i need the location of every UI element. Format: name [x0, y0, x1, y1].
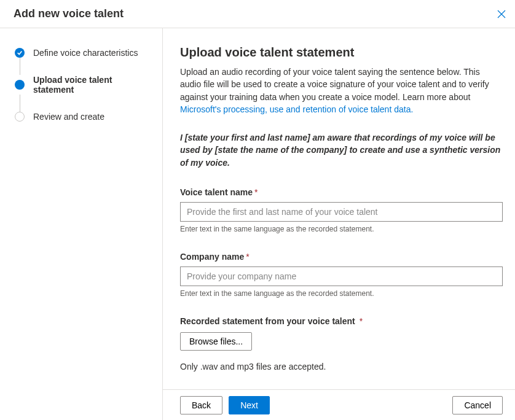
company-name-hint: Enter text in the same language as the r… — [180, 289, 503, 298]
step-upload-statement[interactable]: Upload voice talent statement — [15, 75, 152, 95]
main-content: Upload voice talent statement Upload an … — [163, 28, 515, 389]
next-button[interactable]: Next — [229, 396, 270, 414]
company-name-field: Company name* Enter text in the same lan… — [180, 252, 503, 298]
voice-talent-name-input[interactable] — [180, 202, 503, 222]
step-connector — [20, 95, 20, 112]
statement-text: I [state your first and last name] am aw… — [180, 131, 503, 169]
description-text: Upload an audio recording of your voice … — [180, 67, 489, 102]
browse-files-button[interactable]: Browse files... — [180, 332, 252, 351]
recorded-statement-field: Recorded statement from your voice talen… — [180, 316, 503, 371]
step-label: Upload voice talent statement — [33, 75, 152, 95]
company-name-label: Company name — [180, 252, 244, 262]
dialog-title: Add new voice talent — [14, 7, 124, 20]
checkmark-icon — [15, 48, 25, 58]
step-define-characteristics[interactable]: Define voice characteristics — [15, 48, 152, 58]
current-step-icon — [15, 80, 25, 90]
dialog-footer: Back Next Cancel — [163, 389, 515, 420]
voice-talent-name-field: Voice talent name* Enter text in the sam… — [180, 187, 503, 233]
step-review-create[interactable]: Review and create — [15, 112, 152, 122]
voice-talent-name-label: Voice talent name — [180, 187, 253, 197]
page-description: Upload an audio recording of your voice … — [180, 66, 503, 115]
page-title: Upload voice talent statement — [180, 45, 503, 60]
required-asterisk: * — [254, 187, 258, 197]
dialog-header: Add new voice talent — [0, 0, 515, 28]
step-label: Define voice characteristics — [33, 48, 138, 58]
file-format-hint: Only .wav and mp3 files are accepted. — [180, 362, 503, 371]
step-label: Review and create — [33, 112, 104, 122]
voice-talent-name-hint: Enter text in the same language as the r… — [180, 225, 503, 233]
steps-sidebar: Define voice characteristics Upload voic… — [0, 28, 162, 420]
required-asterisk: * — [357, 316, 363, 326]
close-icon[interactable] — [497, 9, 506, 19]
step-connector — [20, 58, 20, 75]
required-asterisk: * — [246, 252, 249, 262]
cancel-button[interactable]: Cancel — [452, 396, 503, 414]
upcoming-step-icon — [15, 112, 25, 122]
company-name-input[interactable] — [180, 266, 503, 286]
back-button[interactable]: Back — [180, 396, 222, 414]
recorded-statement-label: Recorded statement from your voice talen… — [180, 316, 355, 326]
learn-more-link[interactable]: Microsoft's processing, use and retentio… — [180, 104, 413, 114]
